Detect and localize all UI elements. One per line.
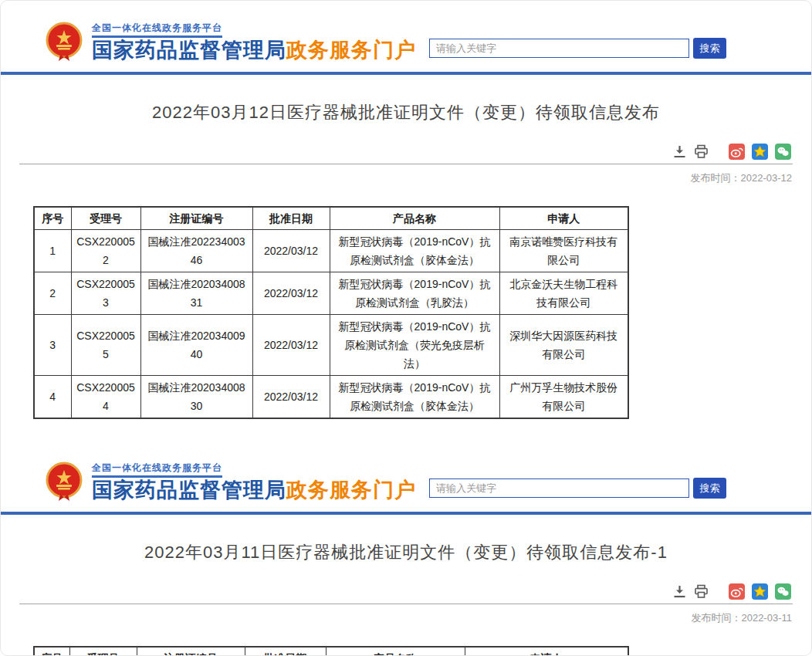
cell-seq: 1 (34, 230, 71, 272)
print-icon[interactable] (694, 584, 709, 599)
portal-name: 政务服务门户 (286, 478, 416, 502)
cell-applicant: 南京诺唯赞医疗科技有限公司 (499, 230, 628, 272)
download-icon[interactable] (672, 584, 687, 599)
approval-table-1: 序号 受理号 注册证编号 批准日期 产品名称 申请人 1 CSX2200052 … (33, 206, 629, 419)
cell-registration-no: 国械注准20203400831 (140, 272, 252, 315)
cell-approval-date: 2022/03/12 (252, 376, 330, 419)
cell-acceptance-no: CSX2200052 (71, 230, 140, 272)
publish-time-value: 2022-03-11 (741, 612, 792, 624)
approval-table-2: 序号 受理号 注册证编号 批准日期 产品名称 申请人 1 CSX2200051 … (33, 646, 629, 656)
cell-acceptance-no: CSX2200053 (71, 272, 140, 315)
qzone-star-icon[interactable] (752, 144, 768, 160)
brand-title: 国家药品监督管理局政务服务门户 (92, 38, 416, 63)
weibo-icon[interactable] (729, 583, 745, 600)
section-1: 全国一体化在线政务服务平台 国家药品监督管理局政务服务门户 搜索 2022年03… (1, 1, 811, 419)
col-header: 申请人 (465, 647, 628, 656)
toolbar-divider (19, 604, 793, 604)
col-header: 注册证编号 (140, 207, 252, 230)
cell-product-name: 新型冠状病毒（2019-nCoV）抗原检测试剂盒（乳胶法） (330, 272, 499, 315)
col-header: 产品名称 (330, 207, 499, 230)
col-header: 注册证编号 (137, 647, 245, 656)
brand: 全国一体化在线政务服务平台 国家药品监督管理局政务服务门户 (92, 22, 416, 63)
toolbar-divider (19, 164, 793, 164)
search-button[interactable]: 搜索 (693, 478, 726, 499)
cell-approval-date: 2022/03/12 (252, 272, 330, 315)
table-row: 3 CSX2200055 国械注准20203400940 2022/03/12 … (34, 315, 628, 376)
print-icon[interactable] (694, 144, 709, 159)
col-header: 批准日期 (245, 647, 326, 656)
wechat-icon[interactable] (775, 583, 791, 600)
cell-approval-date: 2022/03/12 (252, 230, 330, 272)
cell-registration-no: 国械注准20203400830 (140, 376, 252, 419)
cell-acceptance-no: CSX2200055 (71, 315, 140, 376)
col-header: 序号 (34, 207, 71, 230)
toolbar (1, 583, 811, 600)
platform-badge: 全国一体化在线政务服务平台 (92, 462, 222, 478)
publish-time-value: 2022-03-12 (741, 172, 793, 184)
cell-approval-date: 2022/03/12 (252, 315, 330, 376)
qzone-star-icon[interactable] (752, 583, 768, 600)
national-emblem-logo (46, 461, 83, 502)
cell-seq: 4 (34, 376, 71, 419)
publish-time: 发布时间：2022-03-11 (1, 611, 811, 625)
cell-acceptance-no: CSX2200054 (71, 376, 140, 419)
col-header: 序号 (34, 647, 69, 656)
platform-badge: 全国一体化在线政务服务平台 (92, 22, 222, 38)
col-header: 申请人 (499, 207, 628, 230)
search-area: 搜索 (429, 478, 726, 499)
org-name: 国家药品监督管理局 (92, 39, 286, 62)
search-button[interactable]: 搜索 (693, 38, 726, 59)
header-divider (1, 512, 811, 515)
table-row: 4 CSX2200054 国械注准20203400830 2022/03/12 … (34, 376, 628, 419)
portal-name: 政务服务门户 (286, 39, 416, 62)
cell-product-name: 新型冠状病毒（2019-nCoV）抗原检测试剂盒（荧光免疫层析法） (330, 315, 499, 376)
table-header-row: 序号 受理号 注册证编号 批准日期 产品名称 申请人 (34, 647, 628, 656)
toolbar (1, 143, 811, 160)
cell-product-name: 新型冠状病毒（2019-nCoV）抗原检测试剂盒（胶体金法） (330, 376, 499, 419)
col-header: 受理号 (69, 647, 137, 656)
publish-time-label: 发布时间： (691, 612, 741, 624)
publish-time-label: 发布时间： (691, 172, 741, 184)
cell-seq: 2 (34, 272, 71, 315)
national-emblem-logo (46, 21, 83, 63)
col-header: 产品名称 (326, 647, 465, 656)
section-gap (1, 419, 811, 441)
site-header: 全国一体化在线政务服务平台 国家药品监督管理局政务服务门户 搜索 (1, 441, 811, 512)
col-header: 受理号 (71, 207, 140, 230)
brand-title: 国家药品监督管理局政务服务门户 (92, 478, 416, 502)
cell-applicant: 北京金沃夫生物工程科技有限公司 (499, 272, 628, 315)
section-2: 全国一体化在线政务服务平台 国家药品监督管理局政务服务门户 搜索 2022年03… (1, 441, 811, 656)
table-row: 2 CSX2200053 国械注准20203400831 2022/03/12 … (34, 272, 628, 315)
page: 全国一体化在线政务服务平台 国家药品监督管理局政务服务门户 搜索 2022年03… (0, 0, 812, 656)
brand: 全国一体化在线政务服务平台 国家药品监督管理局政务服务门户 (92, 462, 416, 502)
cell-applicant: 深圳华大因源医药科技有限公司 (499, 315, 628, 376)
search-area: 搜索 (429, 38, 726, 59)
cell-seq: 3 (34, 315, 71, 376)
download-icon[interactable] (672, 144, 687, 159)
site-header: 全国一体化在线政务服务平台 国家药品监督管理局政务服务门户 搜索 (1, 1, 811, 72)
table-row: 1 CSX2200052 国械注准20223400346 2022/03/12 … (34, 230, 628, 272)
article-title: 2022年03月12日医疗器械批准证明文件（变更）待领取信息发布 (1, 101, 811, 124)
search-input[interactable] (429, 39, 689, 58)
search-input[interactable] (429, 478, 689, 498)
cell-registration-no: 国械注准20223400346 (140, 230, 252, 272)
table-header-row: 序号 受理号 注册证编号 批准日期 产品名称 申请人 (34, 207, 628, 230)
cell-registration-no: 国械注准20203400940 (140, 315, 252, 376)
weibo-icon[interactable] (729, 144, 745, 160)
header-divider (1, 72, 811, 75)
org-name: 国家药品监督管理局 (92, 478, 286, 502)
cell-applicant: 广州万孚生物技术股份有限公司 (499, 376, 628, 419)
publish-time: 发布时间：2022-03-12 (1, 171, 811, 185)
wechat-icon[interactable] (775, 144, 791, 160)
cell-product-name: 新型冠状病毒（2019-nCoV）抗原检测试剂盒（胶体金法） (330, 230, 499, 272)
col-header: 批准日期 (252, 207, 330, 230)
article-title: 2022年03月11日医疗器械批准证明文件（变更）待领取信息发布-1 (1, 541, 811, 564)
